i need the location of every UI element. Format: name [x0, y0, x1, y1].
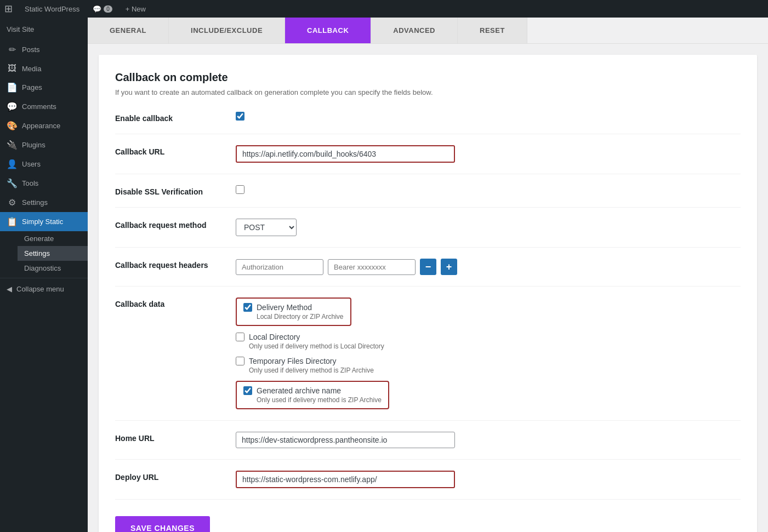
header-key-input[interactable]: [236, 259, 323, 275]
comment-icon: 💬: [93, 5, 101, 13]
archive-name-label-row: Generated archive name: [243, 386, 382, 395]
page-title: Callback on complete: [115, 71, 741, 84]
delivery-method-desc: Local Directory or ZIP Archive: [257, 313, 344, 321]
tab-advanced[interactable]: Advanced: [371, 18, 458, 43]
temp-files-checkbox[interactable]: [236, 357, 244, 365]
callback-url-field: [236, 145, 741, 163]
home-url-field: [236, 432, 741, 448]
header-value-input[interactable]: [328, 259, 416, 275]
tab-callback[interactable]: Callback: [285, 18, 371, 43]
settings-icon: ⚙: [7, 197, 18, 208]
request-method-select[interactable]: POST GET PUT DELETE: [236, 219, 297, 236]
request-method-field: POST GET PUT DELETE: [236, 219, 741, 236]
disable-ssl-field: [236, 185, 741, 196]
settings-form: Callback on complete If you want to crea…: [99, 55, 757, 532]
sidebar-item-pages[interactable]: 📄 Pages: [0, 78, 88, 97]
delivery-method-checkbox[interactable]: [243, 303, 252, 312]
tab-general[interactable]: General: [88, 18, 169, 43]
local-directory-checkbox[interactable]: [236, 333, 244, 341]
deploy-url-input[interactable]: [236, 471, 455, 488]
request-headers-row: Callback request headers − +: [115, 259, 741, 287]
home-url-row: Home URL: [115, 432, 741, 460]
wp-logo-icon: ⊞: [4, 3, 13, 15]
comments-link[interactable]: 💬 0: [89, 5, 116, 13]
request-headers-field: − +: [236, 259, 741, 275]
delivery-method-item: Delivery Method Local Directory or ZIP A…: [236, 298, 351, 326]
site-name[interactable]: Static WordPress: [21, 5, 83, 13]
new-menu[interactable]: + New: [122, 5, 149, 13]
local-directory-label-row: Local Directory: [236, 333, 741, 341]
top-bar: ⊞ Static WordPress 💬 0 + New: [0, 0, 768, 18]
media-icon: 🖼: [7, 64, 18, 73]
submenu-diagnostics[interactable]: Diagnostics: [18, 261, 88, 276]
collapse-icon: ◀: [7, 285, 12, 293]
disable-ssl-label: Disable SSL Verification: [115, 185, 236, 196]
request-method-label: Callback request method: [115, 219, 236, 230]
appearance-icon: 🎨: [7, 121, 18, 131]
add-header-button[interactable]: +: [441, 259, 457, 275]
delivery-method-label-row: Delivery Method: [243, 303, 344, 312]
plugins-icon: 🔌: [7, 140, 18, 150]
headers-inputs: − +: [236, 259, 741, 275]
pages-icon: 📄: [7, 82, 18, 93]
callback-url-label: Callback URL: [115, 145, 236, 156]
enable-callback-row: Enable callback: [115, 112, 741, 134]
sidebar-item-tools[interactable]: 🔧 Tools: [0, 174, 88, 193]
sidebar-item-posts[interactable]: ✏ Posts: [0, 40, 88, 59]
simply-static-icon: 📋: [7, 216, 18, 227]
tab-bar: General Include/Exclude Callback Advance…: [88, 18, 768, 44]
deploy-url-label: Deploy URL: [115, 471, 236, 482]
tools-icon: 🔧: [7, 178, 18, 188]
sidebar-item-users[interactable]: 👤 Users: [0, 155, 88, 174]
tab-reset[interactable]: Reset: [458, 18, 527, 43]
tab-include-exclude[interactable]: Include/Exclude: [169, 18, 285, 43]
home-url-input[interactable]: [236, 432, 455, 448]
disable-ssl-row: Disable SSL Verification: [115, 185, 741, 208]
enable-callback-checkbox[interactable]: [236, 112, 244, 121]
sidebar-divider: [0, 278, 88, 278]
simply-static-submenu: Generate Settings Diagnostics: [0, 231, 88, 276]
sidebar-item-comments[interactable]: 💬 Comments: [0, 97, 88, 116]
temp-files-desc: Only used if delivery method is ZIP Arch…: [249, 367, 741, 374]
save-changes-button[interactable]: SAVE CHANGES: [115, 516, 210, 532]
enable-callback-field: [236, 112, 741, 122]
deploy-url-row: Deploy URL: [115, 471, 741, 500]
visit-site-link[interactable]: Visit Site: [0, 22, 88, 40]
archive-name-desc: Only used if delivery method is ZIP Arch…: [257, 396, 382, 404]
main-content: General Include/Exclude Callback Advance…: [88, 18, 768, 532]
request-headers-label: Callback request headers: [115, 259, 236, 270]
deploy-url-field: [236, 471, 741, 488]
comments-icon: 💬: [7, 101, 18, 112]
disable-ssl-checkbox[interactable]: [236, 185, 244, 194]
collapse-menu-button[interactable]: ◀ Collapse menu: [0, 281, 88, 298]
section-description: If you want to create an automated callb…: [115, 88, 741, 96]
sidebar-item-appearance[interactable]: 🎨 Appearance: [0, 116, 88, 135]
sidebar-item-media[interactable]: 🖼 Media: [0, 59, 88, 78]
posts-icon: ✏: [7, 44, 18, 55]
local-directory-desc: Only used if delivery method is Local Di…: [249, 342, 741, 350]
callback-data-list: Delivery Method Local Directory or ZIP A…: [236, 298, 741, 409]
request-method-row: Callback request method POST GET PUT DEL…: [115, 219, 741, 248]
sidebar-item-simply-static[interactable]: 📋 Simply Static: [0, 212, 88, 231]
archive-name-checkbox[interactable]: [243, 386, 252, 395]
callback-data-row: Callback data Delivery Method Local Dire…: [115, 298, 741, 421]
remove-header-button[interactable]: −: [420, 259, 436, 275]
users-icon: 👤: [7, 159, 18, 169]
callback-url-input[interactable]: [236, 145, 455, 163]
archive-name-item: Generated archive name Only used if deli…: [236, 381, 389, 409]
local-directory-item: Local Directory Only used if delivery me…: [236, 333, 741, 350]
callback-url-row: Callback URL: [115, 145, 741, 174]
sidebar: Visit Site ✏ Posts 🖼 Media 📄 Pages 💬 Com…: [0, 18, 88, 532]
home-url-label: Home URL: [115, 432, 236, 443]
sidebar-item-settings[interactable]: ⚙ Settings: [0, 193, 88, 212]
submenu-generate[interactable]: Generate: [18, 231, 88, 246]
enable-callback-label: Enable callback: [115, 112, 236, 123]
callback-data-label: Callback data: [115, 298, 236, 308]
callback-data-field: Delivery Method Local Directory or ZIP A…: [236, 298, 741, 409]
sidebar-item-plugins[interactable]: 🔌 Plugins: [0, 135, 88, 155]
temp-files-label-row: Temporary Files Directory: [236, 357, 741, 365]
submenu-settings[interactable]: Settings: [18, 246, 88, 261]
temp-files-item: Temporary Files Directory Only used if d…: [236, 357, 741, 374]
